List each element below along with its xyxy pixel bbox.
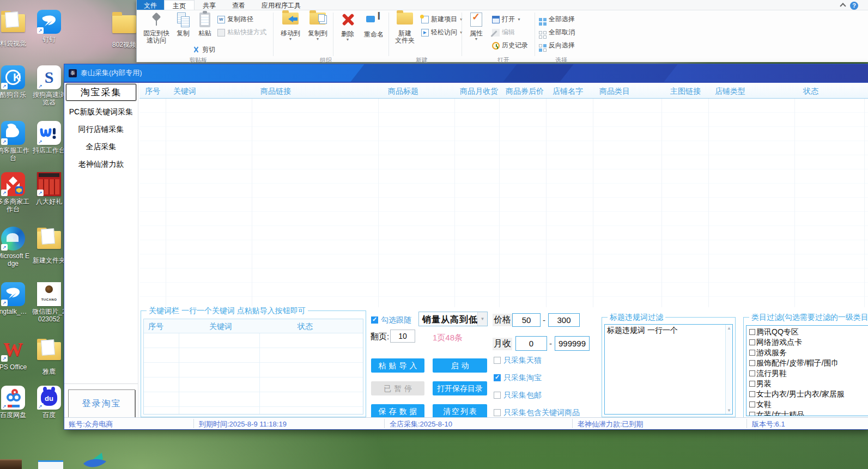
tab-file[interactable]: 文件 (137, 0, 164, 10)
checkbox-icon[interactable] (749, 401, 755, 407)
copy-path-button[interactable]: 复制路径 (217, 15, 253, 24)
open-save-dir-button[interactable]: 打开保存目录 (433, 381, 487, 395)
desktop-icon-pdd[interactable]: ↗ 多多商家工作台 (0, 172, 31, 213)
chevron-down-icon[interactable]: ▼ (477, 312, 487, 326)
col-item-category[interactable]: 商品类目 (599, 87, 630, 96)
pin-to-quick-access-button[interactable]: 固定到快 速访问 (141, 11, 172, 44)
desktop-icon-dingtalk[interactable]: ↗ 钉钉 (32, 10, 66, 43)
textarea-scrollbar[interactable]: ▲ ▼ (725, 325, 732, 414)
desktop-icon-feige[interactable]: ↗ 鸽客服工作台 (0, 121, 31, 162)
checkbox-icon[interactable] (749, 412, 755, 416)
properties-button[interactable]: 属性▼ (465, 11, 488, 41)
desktop-icon-liaodai[interactable]: 料袋视觉 (0, 10, 31, 47)
easy-access-button[interactable]: 轻松访问▼ (421, 28, 463, 37)
category-item[interactable]: 女士内衣/男士内衣/家居服 (749, 389, 868, 400)
kw-col-keyword[interactable]: 关键词 (209, 322, 232, 332)
scroll-down-icon[interactable]: ▼ (726, 408, 732, 413)
title-filter-textarea[interactable]: 标题违规词 一行一个 ▲ ▼ (604, 324, 733, 415)
checkbox-icon[interactable] (749, 360, 755, 366)
tab-app-tools[interactable]: 应用程序工具 (253, 0, 309, 10)
tab-view[interactable]: 查看 (224, 0, 253, 10)
paste-import-button[interactable]: 粘贴导入 (371, 358, 424, 373)
category-item[interactable]: 女鞋 (749, 400, 868, 410)
desktop-icon-yalu[interactable]: 雅鹿 (32, 338, 66, 375)
results-table-body[interactable] (139, 99, 868, 307)
category-list[interactable]: 腾讯QQ专区 网络游戏点卡 游戏服务 服饰配件/皮带/帽子/围巾 流行男鞋 男装… (746, 325, 868, 416)
scroll-up-icon[interactable]: ▲ (726, 326, 732, 331)
copy-button[interactable]: 复制 (173, 11, 193, 37)
checkbox-icon[interactable] (749, 339, 755, 345)
partial-window[interactable] (38, 460, 63, 469)
history-button[interactable]: 历史记录 (492, 41, 528, 50)
col-monthly-sales[interactable]: 商品月收货 (460, 87, 498, 96)
checkbox-icon[interactable] (749, 370, 755, 376)
help-icon[interactable]: ? (850, 2, 858, 10)
category-item[interactable]: 男装 (749, 379, 868, 389)
new-folder-button[interactable]: 新建 文件夹 (392, 11, 418, 44)
category-item[interactable]: 服饰配件/皮带/帽子/围巾 (749, 358, 868, 369)
category-item[interactable]: 女装/女士精品 (749, 410, 868, 416)
paused-button[interactable]: 已暂停 (371, 381, 424, 395)
sort-dropdown[interactable]: 销量从高到低 ▼ (418, 312, 488, 326)
filter-free-shipping-checkbox[interactable]: 只采集包邮 (494, 390, 542, 400)
open-button[interactable]: 打开▼ (492, 15, 521, 24)
desktop-icon-kugou[interactable]: K↗ 酷狗音乐 (0, 65, 31, 99)
start-button[interactable]: 启动 (433, 358, 487, 373)
filter-tmall-checkbox[interactable]: 只采集天猫 (494, 355, 542, 366)
sidebar-item-peer-shop-collect[interactable]: 同行店铺采集 (64, 125, 138, 135)
paste-button[interactable]: 粘贴 (195, 11, 215, 37)
col-coupon-price[interactable]: 商品券后价 (506, 87, 544, 96)
checkbox-icon[interactable] (749, 391, 755, 397)
paste-shortcut-button[interactable]: 粘贴快捷方式 (217, 28, 266, 37)
invert-selection-button[interactable]: 反向选择 (539, 41, 575, 50)
category-item[interactable]: 游戏服务 (749, 348, 868, 358)
desktop-icon-wechat-image[interactable]: 微信图片_2023052 (32, 282, 66, 323)
desktop-icon-sogou[interactable]: S↗ 搜狗高速浏览器 (32, 65, 66, 106)
category-item[interactable]: 流行男鞋 (749, 369, 868, 379)
desktop-icon-baidu[interactable]: du↗ 百度 (32, 386, 66, 419)
page-count-input[interactable]: 10 (390, 330, 415, 343)
select-none-button[interactable]: 全部取消 (539, 28, 575, 37)
edit-button[interactable]: 编辑 (492, 28, 515, 37)
filter-taobao-checkbox[interactable]: 只采集淘宝 (494, 373, 542, 383)
copy-to-button[interactable]: 复制到▼ (305, 11, 331, 41)
checkbox-icon[interactable] (494, 392, 501, 399)
price-min-input[interactable]: 50 (512, 313, 541, 327)
tab-home[interactable]: 主页 (164, 0, 195, 10)
checkbox-icon[interactable] (749, 350, 755, 356)
desktop-icon-new-folder[interactable]: 新建文件夹 (32, 227, 66, 264)
follow-checkbox[interactable]: 勾选跟随 (371, 315, 411, 325)
sidebar-item-pc-keyword-collect[interactable]: PC新版关键词采集 (64, 107, 138, 117)
tab-share[interactable]: 共享 (195, 0, 224, 10)
col-keyword[interactable]: 关键词 (173, 87, 196, 96)
checkbox-icon[interactable] (494, 409, 501, 416)
sidebar-item-potential-items[interactable]: 老神仙潜力款 (64, 160, 138, 169)
clear-list-button[interactable]: 清空列表 (433, 404, 487, 418)
title-bar[interactable]: 泰 泰山采集(内部专用) (64, 64, 868, 82)
image-thumbnail-icon[interactable] (0, 459, 22, 469)
col-index[interactable]: 序号 (145, 87, 160, 96)
filter-contains-keyword-checkbox[interactable]: 只采集包含关键词商品 (494, 407, 580, 418)
price-max-input[interactable]: 300 (548, 313, 580, 327)
sidebar-item-taobao-collect[interactable]: 淘宝采集 (66, 84, 136, 101)
move-to-button[interactable]: 移动到▼ (277, 11, 304, 41)
sidebar-item-whole-shop-collect[interactable]: 全店采集 (64, 142, 138, 152)
col-shop-type[interactable]: 店铺类型 (715, 87, 745, 96)
keyword-table-body[interactable] (144, 333, 363, 414)
col-status[interactable]: 状态 (803, 87, 818, 96)
login-taobao-button[interactable]: 登录淘宝 (68, 389, 135, 418)
col-item-title[interactable]: 商品标题 (388, 87, 418, 96)
select-all-button[interactable]: 全部选择 (539, 15, 575, 24)
category-item[interactable]: 腾讯QQ专区 (749, 327, 868, 338)
kw-col-status[interactable]: 状态 (298, 322, 313, 332)
col-item-link[interactable]: 商品链接 (260, 87, 291, 96)
rename-button[interactable]: 重命名 (360, 11, 387, 38)
delete-button[interactable]: 删除▼ (336, 11, 359, 41)
desktop-icon-doudian[interactable]: ↗ 抖店工作台 (32, 121, 66, 154)
desktop-icon-badahaoli[interactable]: ↗ 八大好礼 (32, 172, 66, 205)
save-data-button[interactable]: 保存数据 (371, 404, 424, 418)
monthly-max-input[interactable]: 999999 (555, 336, 590, 351)
cut-button[interactable]: 剪切 (192, 45, 215, 54)
desktop-icon-edge[interactable]: ↗ Microsoft Edge (0, 227, 31, 267)
col-shop-name[interactable]: 店铺名字 (553, 87, 583, 96)
